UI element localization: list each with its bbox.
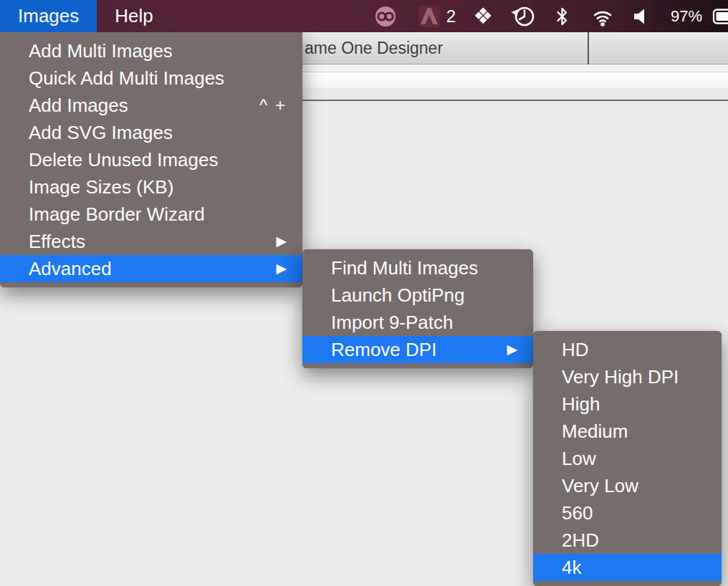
bluetooth-icon[interactable] (555, 5, 570, 28)
menu-item-launch-optipng[interactable]: Launch OptiPng (302, 282, 533, 309)
submenu-arrow-icon: ▶ (276, 228, 287, 255)
menu-item-low[interactable]: Low (533, 445, 722, 472)
menu-item-label: Add Images (29, 92, 251, 119)
adobe-app-icon[interactable] (418, 5, 441, 28)
menu-item-label: Image Sizes (KB) (29, 173, 287, 201)
menu-item-label: Find Multi Images (331, 254, 517, 282)
menu-item-effects[interactable]: Effects ▶ (0, 228, 302, 255)
menu-item-label: Effects (29, 228, 267, 255)
menu-item-add-svg-images[interactable]: Add SVG Images (0, 119, 302, 146)
submenu-arrow-icon: ▶ (507, 336, 517, 363)
menu-item-high[interactable]: High (533, 390, 722, 418)
creative-cloud-icon[interactable] (373, 4, 398, 29)
menu-item-2hd[interactable]: 2HD (533, 527, 722, 554)
adobe-badge-count: 2 (446, 6, 456, 27)
menu-item-import-9-patch[interactable]: Import 9-Patch (302, 309, 533, 336)
menu-item-delete-unused-images[interactable]: Delete Unused Images (0, 146, 302, 173)
menu-item-label: Add Multi Images (29, 37, 287, 64)
battery-percentage: 97% (671, 7, 702, 26)
screen: ame One Designer Images Help (0, 0, 728, 586)
menu-item-label: High (562, 390, 706, 418)
menu-item-label: Import 9-Patch (331, 309, 517, 336)
volume-icon[interactable] (633, 8, 649, 25)
time-machine-icon[interactable] (510, 4, 536, 29)
menu-bar: Images Help 2 ❖ (0, 0, 728, 32)
menu-item-label: Delete Unused Images (29, 146, 287, 173)
keyboard-shortcut: ^ + (259, 92, 287, 119)
menu-item-image-sizes-kb[interactable]: Image Sizes (KB) (0, 173, 302, 201)
dropbox-icon[interactable]: ❖ (473, 0, 493, 32)
menu-item-4k[interactable]: 4k (533, 554, 722, 581)
menu-item-image-border-wizard[interactable]: Image Border Wizard (0, 201, 302, 228)
menu-item-label: Launch OptiPng (331, 282, 517, 309)
images-dropdown-menu: Add Multi Images Quick Add Multi Images … (0, 32, 302, 287)
menu-item-add-multi-images[interactable]: Add Multi Images (0, 37, 302, 64)
menu-item-label: 2HD (562, 527, 706, 554)
menu-item-label: HD (562, 336, 706, 363)
remove-dpi-submenu: HD Very High DPI High Medium Low Very Lo… (533, 331, 722, 586)
menu-item-remove-dpi[interactable]: Remove DPI ▶ (302, 336, 533, 363)
menu-item-label: Low (562, 445, 706, 472)
menu-item-label: Image Border Wizard (29, 201, 287, 228)
menubar-status-area: 2 ❖ (373, 0, 728, 32)
wifi-icon[interactable] (590, 6, 615, 27)
menu-item-label: Very Low (562, 472, 706, 499)
menu-item-label: 560 (562, 499, 706, 527)
submenu-arrow-icon: ▶ (276, 255, 287, 282)
menu-item-560[interactable]: 560 (533, 499, 722, 527)
menubar-item-help[interactable]: Help (97, 0, 171, 32)
menu-item-advanced[interactable]: Advanced ▶ (0, 255, 302, 282)
window-title: ame One Designer (305, 32, 443, 64)
menu-item-hd[interactable]: HD (533, 336, 722, 363)
menu-item-find-multi-images[interactable]: Find Multi Images (302, 254, 533, 282)
menu-item-label: Advanced (29, 255, 267, 282)
menu-item-quick-add-multi-images[interactable]: Quick Add Multi Images (0, 64, 302, 92)
battery-icon[interactable] (712, 6, 728, 27)
menu-item-label: Very High DPI (562, 363, 706, 390)
menu-item-label: Quick Add Multi Images (29, 64, 287, 92)
menubar-item-images[interactable]: Images (0, 0, 97, 32)
menu-item-medium[interactable]: Medium (533, 418, 722, 445)
menu-item-label: Add SVG Images (29, 119, 287, 146)
menu-item-label: Remove DPI (331, 336, 498, 363)
menu-item-very-high-dpi[interactable]: Very High DPI (533, 363, 722, 390)
advanced-submenu: Find Multi Images Launch OptiPng Import … (302, 249, 533, 368)
menu-item-very-low[interactable]: Very Low (533, 472, 722, 499)
menu-item-add-images[interactable]: Add Images ^ + (0, 92, 302, 119)
menu-item-label: Medium (562, 418, 706, 445)
window-edge-divider (588, 32, 589, 64)
menu-item-label: 4k (562, 554, 706, 581)
